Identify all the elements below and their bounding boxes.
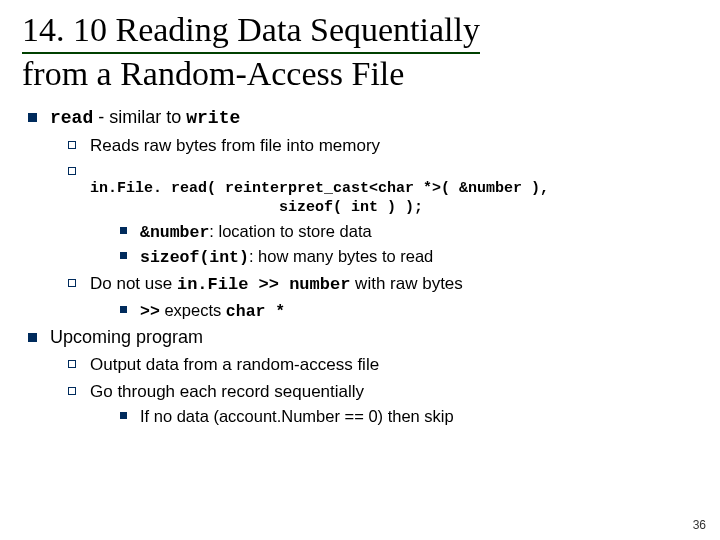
slide-title: 14. 10 Reading Data Sequentially from a … [22, 10, 698, 94]
text: Reads raw bytes from file into memory [90, 136, 380, 155]
page-number: 36 [693, 518, 706, 532]
text: Upcoming program [50, 327, 203, 347]
title-number: 14. 10 [22, 11, 107, 48]
text: If no data (account.Number == 0) then sk… [140, 407, 454, 425]
bullet-code: in.File. read( reinterpret_cast<char *>(… [50, 161, 698, 269]
text: : how many bytes to read [249, 247, 433, 265]
text: : location to store data [209, 222, 371, 240]
bullet-if-no-data: If no data (account.Number == 0) then sk… [90, 406, 698, 428]
bullet-reads-raw: Reads raw bytes from file into memory [50, 135, 698, 157]
code-number: &number [140, 223, 209, 242]
code-stream: in.File >> number [177, 275, 350, 294]
text: Go through each record sequentially [90, 382, 364, 401]
bullet-go-through: Go through each record sequentially If n… [50, 381, 698, 428]
text: with raw bytes [350, 274, 462, 293]
bullet-number-loc: &number: location to store data [90, 221, 698, 244]
bullet-sizeof: sizeof(int): how many bytes to read [90, 246, 698, 269]
slide-body: read - similar to write Reads raw bytes … [22, 106, 698, 428]
code-line1: in.File. read( reinterpret_cast<char *>(… [90, 180, 549, 197]
bullet-output-data: Output data from a random-access file [50, 354, 698, 376]
code-rshift: >> [140, 302, 160, 321]
bullet-expects: >> expects char * [90, 300, 698, 323]
code-sizeof: sizeof(int) [140, 248, 249, 267]
bullet-upcoming: Upcoming program Output data from a rand… [28, 326, 698, 427]
title-line2: from a Random-Access File [22, 55, 404, 92]
text: expects [160, 301, 226, 319]
title-line1: Reading Data Sequentially [107, 11, 480, 48]
code-line2: sizeof( int ) ); [90, 199, 423, 216]
text: Do not use [90, 274, 177, 293]
code-charptr: char * [226, 302, 285, 321]
code-write: write [186, 108, 240, 128]
text: - similar to [93, 107, 186, 127]
code-read: read [50, 108, 93, 128]
bullet-read: read - similar to write Reads raw bytes … [28, 106, 698, 322]
bullet-do-not-use: Do not use in.File >> number with raw by… [50, 273, 698, 322]
text: Output data from a random-access file [90, 355, 379, 374]
